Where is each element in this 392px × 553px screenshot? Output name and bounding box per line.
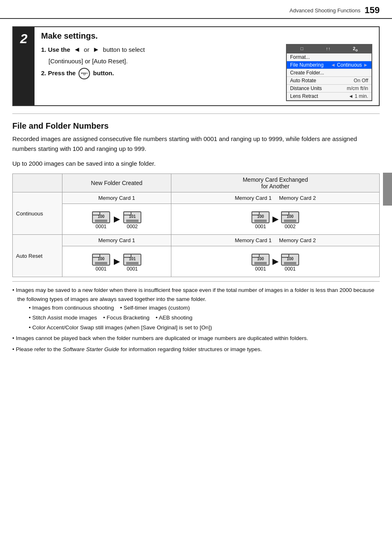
folder-box-100: 100 0001 xyxy=(92,209,111,229)
folder-number-table: New Folder Created Memory Card Exchanged… xyxy=(12,174,380,277)
header-new-folder: New Folder Created xyxy=(62,174,171,192)
ar-exc-arrow: ▶ xyxy=(272,257,278,266)
folder-100-label: 0001 xyxy=(96,224,107,229)
section-body2: Up to 2000 images can be saved into a si… xyxy=(12,159,380,169)
continuous-exc-mc-header: Memory Card 1 Memory Card 2 xyxy=(171,192,380,204)
ar-exc-mc2-folder: 100 0001 xyxy=(281,251,300,272)
folder-svg-100: 100 xyxy=(92,209,111,224)
step-text-col: 1. Use the ◄ or ► button to select [Cont… xyxy=(41,44,275,81)
svg-rect-11 xyxy=(254,220,267,222)
tab-custom: 2o xyxy=(353,46,358,52)
table-header-row: New Folder Created Memory Card Exchanged… xyxy=(13,174,380,192)
svg-text:101: 101 xyxy=(129,214,136,219)
step-instructions: 1. Use the ◄ or ► button to select [Cont… xyxy=(41,44,275,79)
step2-box: 2 Make settings. 1. Use the ◄ or ► butto… xyxy=(12,26,380,106)
ar-exc-mc1-file-label: 0001 xyxy=(255,266,266,272)
page-number: 159 xyxy=(364,5,380,16)
ar-exc-mc2-file-label: 0001 xyxy=(285,266,296,272)
section-title-header: Advanced Shooting Functions xyxy=(290,7,361,14)
menu-row-lens-retract: Lens Retract ◄ 1 min. xyxy=(287,93,371,100)
autoreset-exc-mc-header: Memory Card 1 Memory Card 2 xyxy=(171,235,380,246)
svg-text:101: 101 xyxy=(129,257,136,261)
continuous-diagram-row: 100 0001 ▶ 101 0002 xyxy=(13,204,380,235)
autoreset-new-mc1-header: Memory Card 1 xyxy=(62,235,171,246)
menu-label-create-folder: Create Folder... xyxy=(290,70,368,76)
step-row: 1. Use the ◄ or ► button to select [Cont… xyxy=(41,44,372,101)
svg-text:100: 100 xyxy=(98,257,105,261)
step-content: Make settings. 1. Use the ◄ or ► button … xyxy=(35,27,379,105)
tri-right-icon: ► xyxy=(363,62,368,68)
menu-row-auto-rotate: Auto Rotate On Off xyxy=(287,77,371,85)
menu-value-lens-retract: ◄ 1 min. xyxy=(348,93,368,99)
svg-text:100: 100 xyxy=(287,257,294,261)
tri-left-icon: ◄ xyxy=(331,62,336,68)
menu-button-icon: ⊙ MENU xyxy=(78,68,90,79)
svg-rect-19 xyxy=(95,262,107,264)
menu-value-file-numbering: ◄ Continuous ► xyxy=(331,62,368,68)
svg-rect-27 xyxy=(254,262,267,264)
note-1-sub-3: • Color Accent/Color Swap still images (… xyxy=(17,323,380,332)
instruction2: 2. Press the ⊙ MENU button. xyxy=(41,68,275,79)
autoreset-mc-header-row: Auto Reset Memory Card 1 Memory Card 1 M… xyxy=(13,235,380,246)
autoreset-new-folder-diagram: 100 0001 ▶ 101 0001 xyxy=(62,246,171,277)
continuous-exc-folder-diagram: 100 0001 ▶ 100 0002 xyxy=(175,209,376,229)
notes-section: • Images may be saved to a new folder wh… xyxy=(12,286,380,354)
step-title: Make settings. xyxy=(41,31,372,41)
ar-exc-mc1-svg: 100 xyxy=(251,251,270,266)
ar-folder-100-label: 0001 xyxy=(96,266,107,272)
menu-label-file-numbering: File Numbering xyxy=(290,62,331,68)
svg-rect-23 xyxy=(126,262,138,264)
svg-text:100: 100 xyxy=(257,214,264,219)
menu-label-auto-rotate: Auto Rotate xyxy=(290,78,354,83)
note-1-sub-2: • Stitch Assist mode images • Focus Brac… xyxy=(17,313,380,322)
menu-value-auto-rotate: On Off xyxy=(354,78,368,83)
folder-svg-101: 101 xyxy=(123,209,142,224)
ar-exc-mc1-folder: 100 0001 xyxy=(251,251,270,272)
menu-value-distance-units: m/cm ft/in xyxy=(347,86,368,91)
header-exchanged: Memory Card Exchangedfor Another xyxy=(171,174,380,192)
exc-mc2-file-label: 0002 xyxy=(285,224,296,229)
svg-rect-15 xyxy=(284,220,296,222)
svg-text:100: 100 xyxy=(287,214,294,219)
ar-exc-mc2-svg: 100 xyxy=(281,251,300,266)
instruction1-line2: [Continuous] or [Auto Reset]. xyxy=(41,58,128,65)
tab-settings: ↑↑ xyxy=(326,46,330,52)
note-1-sub-1: • Images from continuous shooting • Self… xyxy=(17,303,380,312)
arrow-right-icon: ► xyxy=(93,46,100,53)
ar-svg-101: 101 xyxy=(123,251,142,266)
continuous-new-diagram: 100 0001 ▶ 101 0002 xyxy=(66,206,168,232)
continuous-mc-header-row: Continuous Memory Card 1 Memory Card 1 M… xyxy=(13,192,380,204)
svg-rect-3 xyxy=(95,220,107,222)
autoreset-diagram-row: 100 0001 ▶ 101 0001 xyxy=(13,246,380,277)
exc-mc1-file-label: 0001 xyxy=(255,224,266,229)
continuous-new-folder-diagram: 100 0001 ▶ 101 0002 xyxy=(62,204,171,235)
ar-folder-101-label: 0001 xyxy=(127,266,138,272)
divider-after-step xyxy=(12,113,380,114)
step-number: 2 xyxy=(13,27,35,105)
note-3: • Please refer to the Software Starter G… xyxy=(12,345,380,354)
menu-row-format: Format... xyxy=(287,53,371,61)
svg-text:100: 100 xyxy=(98,214,105,219)
ar-arrow: ▶ xyxy=(114,257,120,266)
exc-mc2-folder: 100 0002 xyxy=(281,209,300,229)
arrow-left-icon: ◄ xyxy=(74,46,81,53)
section-body1: Recorded images are assigned consecutive… xyxy=(12,134,380,154)
ar-folder-100: 100 0001 xyxy=(92,251,111,272)
continuous-label: Continuous xyxy=(13,192,62,235)
instruction1: 1. Use the ◄ or ► button to select [Cont… xyxy=(41,44,275,66)
arrow-to-101: ▶ xyxy=(114,215,120,224)
software-guide-reference: Software Starter Guide xyxy=(63,346,119,352)
autoreset-exc-diagram: 100 0001 ▶ 100 0001 xyxy=(171,246,380,277)
autoreset-new-diagram: 100 0001 ▶ 101 0001 xyxy=(66,249,168,274)
svg-rect-31 xyxy=(284,262,296,264)
ar-exc-folder-diagram: 100 0001 ▶ 100 0001 xyxy=(175,251,376,272)
menu-label-lens-retract: Lens Retract xyxy=(290,93,348,99)
camera-menu-tabs: □ ↑↑ 2o xyxy=(287,45,371,53)
header-empty xyxy=(13,174,62,192)
autoreset-label: Auto Reset xyxy=(13,235,62,277)
continuous-exc-diagram: 100 0001 ▶ 100 0002 xyxy=(171,204,380,235)
ar-svg-100: 100 xyxy=(92,251,111,266)
folder-101-label: 0002 xyxy=(127,224,138,229)
tab-camera: □ xyxy=(300,46,303,52)
side-tab xyxy=(383,173,392,206)
